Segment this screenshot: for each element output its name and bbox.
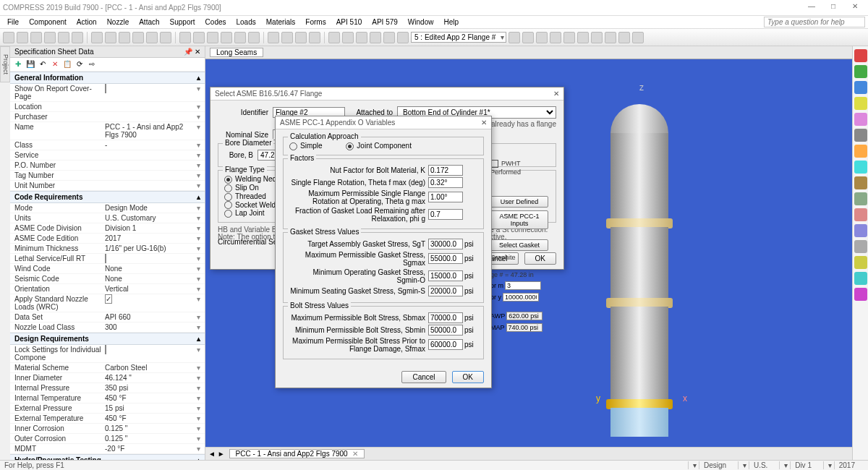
menu-api510[interactable]: API 510: [332, 18, 367, 26]
shape-button-11[interactable]: [854, 224, 867, 237]
toolbar-button-r2[interactable]: [536, 32, 548, 43]
toolbar-button-27[interactable]: [397, 32, 409, 43]
shape-button-2[interactable]: [854, 81, 867, 94]
row-seismic-code[interactable]: Seismic CodeNone▾: [10, 274, 205, 284]
dropdown-icon[interactable]: ▾: [197, 295, 200, 311]
row-external-pressure[interactable]: External Pressure15 psi▾: [10, 403, 205, 414]
dropdown-icon[interactable]: ▾: [197, 445, 200, 453]
toolbar-combo[interactable]: 5 : Edited App 2 Flange #: [411, 32, 506, 43]
toolbar-button-8[interactable]: [119, 32, 130, 43]
row-wind-code[interactable]: Wind CodeNone▾: [10, 264, 205, 274]
menu-codes[interactable]: Codes: [201, 18, 231, 26]
menu-support[interactable]: Support: [166, 18, 200, 26]
awp-input[interactable]: [506, 312, 542, 320]
toolbar-button-20[interactable]: [295, 32, 307, 43]
checkbox[interactable]: [105, 84, 106, 93]
row-mdmt[interactable]: MDMT-20 °F▾: [10, 444, 205, 454]
shape-button-7[interactable]: [854, 161, 867, 174]
dlg2-close-icon[interactable]: ✕: [481, 119, 487, 127]
copy-icon[interactable]: 📋: [62, 59, 72, 69]
pin-icon[interactable]: 📌 ✕: [184, 48, 200, 56]
toolbar-button-3[interactable]: [44, 32, 56, 43]
document-tab[interactable]: PCC - 1 - Ansi and App2 Flgs 7900 ✕: [229, 449, 365, 458]
flange-type-radio[interactable]: [224, 201, 232, 209]
status-units[interactable]: ▾ U.S.: [738, 461, 776, 469]
checkbox[interactable]: ✓: [105, 294, 112, 304]
menu-nozzle[interactable]: Nozzle: [103, 18, 134, 26]
toolbar-button-4[interactable]: [58, 32, 69, 43]
pcc1-inputs-button[interactable]: ASME PCC-1 Inputs: [490, 210, 548, 229]
shape-button-3[interactable]: [854, 97, 867, 110]
toolbar-button-r3[interactable]: [550, 32, 561, 43]
dropdown-icon[interactable]: ▾: [197, 103, 200, 111]
row-unit-number[interactable]: Unit Number▾: [10, 181, 205, 191]
toolbar-button-6[interactable]: [91, 32, 103, 43]
value-input[interactable]: [428, 270, 463, 281]
section-design-requirements[interactable]: Design Requirements▴: [10, 333, 205, 345]
value-input[interactable]: [428, 253, 463, 264]
row-p-o--number[interactable]: P.O. Number▾: [10, 161, 205, 171]
toolbar-button-0[interactable]: [3, 32, 14, 43]
dlg1-close-icon[interactable]: ✕: [553, 90, 559, 98]
dropdown-icon[interactable]: ▾: [197, 275, 200, 283]
flange-type-radio[interactable]: [224, 176, 232, 184]
shape-button-8[interactable]: [854, 176, 867, 189]
toolbar-button-11[interactable]: [160, 32, 171, 43]
section-hydro/pneumatic-testing[interactable]: Hydro/Pneumatic Testing▴: [10, 454, 205, 460]
toolbar-button-1[interactable]: [17, 32, 28, 43]
viewport-tab-longseams[interactable]: Long Seams: [210, 48, 263, 57]
dropdown-icon[interactable]: ▾: [197, 85, 200, 101]
undo-icon[interactable]: ↶: [38, 59, 48, 69]
row-service[interactable]: Service▾: [10, 150, 205, 161]
toolbar-button-9[interactable]: [132, 32, 144, 43]
orm-input[interactable]: [505, 281, 541, 290]
row-purchaser[interactable]: Purchaser▾: [10, 112, 205, 122]
value-input[interactable]: [428, 312, 463, 323]
toolbar-button-2[interactable]: [30, 32, 42, 43]
dropdown-icon[interactable]: ▾: [197, 244, 200, 252]
toolbar-button-23[interactable]: [342, 32, 354, 43]
minimize-button[interactable]: —: [801, 2, 822, 14]
dropdown-icon[interactable]: ▾: [197, 171, 200, 179]
joint-radio[interactable]: [346, 142, 354, 150]
dropdown-icon[interactable]: ▾: [197, 435, 200, 443]
row-external-temperature[interactable]: External Temperature450 °F▾: [10, 414, 205, 424]
row-mode[interactable]: ModeDesign Mode▾: [10, 203, 205, 213]
row-apply-standard-nozzle-loads--wrc-[interactable]: Apply Standard Nozzle Loads (WRC)✓▾: [10, 294, 205, 312]
dropdown-icon[interactable]: ▾: [197, 394, 200, 402]
menu-loads[interactable]: Loads: [232, 18, 260, 26]
shape-button-14[interactable]: [854, 272, 867, 285]
dropdown-icon[interactable]: ▾: [197, 123, 200, 139]
dropdown-icon[interactable]: ▾: [197, 141, 200, 149]
shape-button-12[interactable]: [854, 240, 867, 253]
row-data-set[interactable]: Data SetAPI 660▾: [10, 312, 205, 322]
menu-attach[interactable]: Attach: [135, 18, 163, 26]
dropdown-icon[interactable]: ▾: [197, 224, 200, 232]
menu-action[interactable]: Action: [72, 18, 101, 26]
row-inner-corrosion[interactable]: Inner Corrosion0.125 "▾: [10, 424, 205, 434]
dropdown-icon[interactable]: ▾: [197, 404, 200, 412]
toolbar-button-21[interactable]: [309, 32, 320, 43]
dropdown-icon[interactable]: ▾: [197, 265, 200, 273]
value-input[interactable]: [428, 325, 463, 336]
menu-api579[interactable]: API 579: [367, 18, 402, 26]
row-minimum-thickness[interactable]: Minimum Thickness1/16" per UG-16(b)▾: [10, 244, 205, 254]
value-input[interactable]: [428, 165, 463, 176]
flange-type-radio[interactable]: [224, 193, 232, 201]
close-button[interactable]: ✕: [845, 2, 865, 14]
toolbar-button-r4[interactable]: [563, 32, 575, 43]
map-input[interactable]: [506, 323, 542, 332]
toolbar-button-17[interactable]: [248, 32, 260, 43]
row-lock-settings-for-individual-compone[interactable]: Lock Settings for Individual Compone▾: [10, 345, 205, 363]
dropdown-icon[interactable]: ▾: [197, 234, 200, 242]
row-inner-diameter[interactable]: Inner Diameter46.124 "▾: [10, 373, 205, 383]
toolbar-button-r0[interactable]: [509, 32, 520, 43]
menu-forms[interactable]: Forms: [301, 18, 330, 26]
shape-button-13[interactable]: [854, 256, 867, 269]
row-outer-corrosion[interactable]: Outer Corrosion0.125 "▾: [10, 434, 205, 444]
toolbar-button-r1[interactable]: [522, 32, 534, 43]
menu-file[interactable]: File: [3, 18, 23, 26]
vessel-model[interactable]: [610, 104, 668, 437]
dropdown-icon[interactable]: ▾: [197, 424, 200, 432]
dropdown-icon[interactable]: ▾: [197, 161, 200, 169]
